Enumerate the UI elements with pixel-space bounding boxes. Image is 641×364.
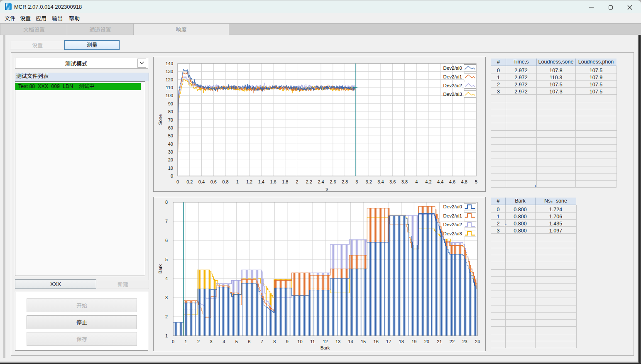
- svg-text:Dev2/ai1: Dev2/ai1: [443, 74, 462, 79]
- svg-text:4.2: 4.2: [425, 179, 431, 184]
- svg-text:1.6: 1.6: [270, 179, 276, 184]
- svg-text:3.2: 3.2: [366, 179, 372, 184]
- svg-text:70: 70: [168, 117, 173, 122]
- svg-text:4: 4: [223, 339, 225, 344]
- svg-text:Dev2/ai3: Dev2/ai3: [443, 92, 462, 97]
- svg-text:3.8: 3.8: [401, 179, 408, 184]
- svg-text:0.8: 0.8: [222, 179, 228, 184]
- svg-text:7: 7: [261, 339, 263, 344]
- svg-text:100: 100: [166, 93, 173, 98]
- svg-text:20: 20: [168, 157, 173, 162]
- svg-text:130: 130: [166, 69, 173, 74]
- svg-text:4.8: 4.8: [461, 179, 467, 184]
- svg-text:2: 2: [165, 314, 168, 319]
- svg-text:2.6: 2.6: [330, 179, 336, 184]
- svg-text:8: 8: [273, 339, 276, 344]
- svg-text:16: 16: [374, 339, 379, 344]
- svg-text:18: 18: [399, 339, 404, 344]
- svg-text:60: 60: [168, 125, 173, 130]
- svg-text:4: 4: [165, 276, 168, 281]
- svg-text:3: 3: [355, 179, 358, 184]
- svg-text:3: 3: [165, 295, 168, 300]
- svg-text:2.8: 2.8: [342, 179, 348, 184]
- svg-text:15: 15: [361, 339, 366, 344]
- svg-text:1.4: 1.4: [258, 179, 264, 184]
- svg-text:2.4: 2.4: [318, 179, 324, 184]
- svg-text:1: 1: [165, 333, 168, 338]
- svg-text:Dev2/ai2: Dev2/ai2: [443, 83, 462, 88]
- svg-text:22: 22: [450, 339, 455, 344]
- svg-text:140: 140: [166, 61, 173, 66]
- svg-text:21: 21: [437, 339, 442, 344]
- svg-text:2: 2: [296, 179, 298, 184]
- svg-text:7: 7: [165, 219, 168, 224]
- svg-text:0.2: 0.2: [186, 179, 193, 184]
- svg-text:110: 110: [166, 85, 173, 90]
- svg-text:14: 14: [348, 339, 353, 344]
- svg-text:4.6: 4.6: [449, 179, 455, 184]
- svg-text:6: 6: [248, 339, 250, 344]
- svg-text:Dev2/ai3: Dev2/ai3: [443, 231, 462, 236]
- svg-text:0: 0: [176, 179, 179, 184]
- svg-text:23: 23: [462, 339, 467, 344]
- svg-text:5: 5: [235, 339, 238, 344]
- svg-text:8: 8: [165, 200, 168, 205]
- svg-text:Dev2/ai1: Dev2/ai1: [443, 213, 462, 218]
- svg-text:Dev2/ai0: Dev2/ai0: [443, 66, 462, 71]
- svg-text:2: 2: [197, 339, 200, 344]
- svg-text:s: s: [325, 186, 328, 191]
- svg-text:12: 12: [323, 339, 328, 344]
- svg-text:120: 120: [166, 77, 173, 82]
- svg-text:3.4: 3.4: [377, 179, 384, 184]
- svg-text:30: 30: [168, 149, 173, 154]
- svg-text:1.8: 1.8: [282, 179, 288, 184]
- svg-text:90: 90: [168, 101, 173, 106]
- svg-text:10: 10: [168, 166, 173, 171]
- svg-text:40: 40: [168, 142, 173, 147]
- svg-text:1: 1: [184, 339, 187, 344]
- svg-text:20: 20: [424, 339, 429, 344]
- svg-text:1.2: 1.2: [246, 179, 252, 184]
- svg-text:17: 17: [386, 339, 391, 344]
- svg-text:6: 6: [165, 238, 168, 243]
- svg-text:5: 5: [475, 179, 477, 184]
- svg-text:50: 50: [168, 133, 173, 138]
- svg-text:Dev2/ai0: Dev2/ai0: [443, 204, 462, 209]
- svg-text:11: 11: [310, 339, 315, 344]
- svg-text:Sone: Sone: [158, 114, 163, 125]
- svg-text:13: 13: [335, 339, 340, 344]
- svg-text:2.2: 2.2: [306, 179, 312, 184]
- svg-text:9: 9: [286, 339, 289, 344]
- svg-text:3.6: 3.6: [389, 179, 396, 184]
- svg-text:24: 24: [475, 339, 480, 344]
- svg-text:Bark: Bark: [158, 264, 163, 274]
- svg-text:0.6: 0.6: [210, 179, 217, 184]
- svg-text:5: 5: [165, 257, 168, 262]
- svg-text:4: 4: [415, 179, 418, 184]
- svg-text:19: 19: [411, 339, 416, 344]
- svg-text:3: 3: [210, 339, 213, 344]
- svg-text:1: 1: [236, 179, 239, 184]
- svg-text:80: 80: [168, 109, 173, 114]
- svg-text:0: 0: [171, 173, 173, 178]
- svg-text:0: 0: [172, 339, 174, 344]
- svg-text:4.4: 4.4: [437, 179, 443, 184]
- svg-text:Bark: Bark: [320, 345, 330, 350]
- svg-text:10: 10: [297, 339, 302, 344]
- svg-text:Dev2/ai2: Dev2/ai2: [443, 222, 462, 227]
- svg-text:0.4: 0.4: [198, 179, 205, 184]
